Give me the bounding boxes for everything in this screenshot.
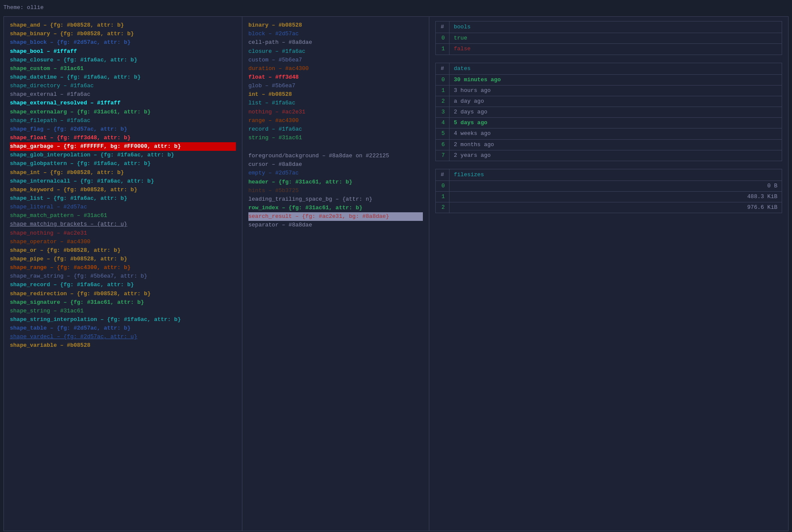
col-types: binary – #b08528block – #2d57accell-path… bbox=[242, 17, 429, 531]
row-idx: 1 bbox=[436, 85, 450, 96]
table-row: 1488.3 KiB bbox=[436, 192, 782, 202]
col2-line: list – #1fa6ac bbox=[248, 99, 423, 107]
filesizes-hash-header: # bbox=[436, 169, 450, 180]
main-container: shape_and – {fg: #b08528, attr: b}shape_… bbox=[3, 16, 789, 531]
col2-line: binary – #b08528 bbox=[248, 21, 423, 30]
col2-line: string – #31ac61 bbox=[248, 134, 423, 142]
col1-line: shape_list – {fg: #1fa6ac, attr: b} bbox=[10, 194, 236, 203]
col1-line: shape_float – {fg: #ff3d48, attr: b} bbox=[10, 134, 236, 142]
col1-line: shape_glob_interpolation – {fg: #1fa6ac,… bbox=[10, 151, 236, 159]
col1-line: shape_bool – #1ffaff bbox=[10, 47, 236, 56]
col1-line: shape_keyword – {fg: #b08528, attr: b} bbox=[10, 186, 236, 194]
col2-line: cursor – #8a8dae bbox=[248, 160, 423, 169]
row-val: true bbox=[450, 33, 782, 44]
col2-line: leading_trailing_space_bg – {attr: n} bbox=[248, 195, 423, 204]
col1-line: shape_literal – #2d57ac bbox=[10, 203, 236, 211]
row-val: 976.6 KiB bbox=[450, 202, 782, 213]
col1-line: shape_match_pattern – #31ac61 bbox=[10, 211, 236, 220]
table-row: 72 years ago bbox=[436, 150, 782, 161]
dates-table-wrap: # dates 030 minutes ago13 hours ago2a da… bbox=[435, 63, 782, 161]
col2-line: header – {fg: #31ac61, attr: b} bbox=[248, 178, 423, 187]
row-idx: 0 bbox=[436, 74, 450, 85]
table-row: 54 weeks ago bbox=[436, 128, 782, 139]
col1-line: shape_string – #31ac61 bbox=[10, 307, 236, 315]
table-row: 2a day ago bbox=[436, 96, 782, 107]
col2-line: nothing – #ac2e31 bbox=[248, 108, 423, 116]
col1-line: shape_or – {fg: #b08528, attr: b} bbox=[10, 246, 236, 255]
dates-title-header: dates bbox=[450, 63, 782, 74]
row-val: 3 hours ago bbox=[450, 85, 782, 96]
table-row: 62 months ago bbox=[436, 139, 782, 150]
bools-hash-header: # bbox=[436, 21, 450, 33]
col1-line: shape_record – {fg: #1fa6ac, attr: b} bbox=[10, 281, 236, 289]
col2-line: cell-path – #8a8dae bbox=[248, 38, 423, 47]
row-val: 488.3 KiB bbox=[450, 192, 782, 202]
col2-line: duration – #ac4300 bbox=[248, 64, 423, 73]
bools-table: # bools 0true1false bbox=[435, 21, 782, 55]
col1-line: shape_globpattern – {fg: #1fa6ac, attr: … bbox=[10, 159, 236, 168]
bools-title-header: bools bbox=[450, 21, 782, 33]
row-idx: 5 bbox=[436, 128, 450, 139]
table-row: 030 minutes ago bbox=[436, 74, 782, 85]
row-val: 5 days ago bbox=[450, 118, 782, 128]
col2-line: separator – #8a8dae bbox=[248, 221, 423, 229]
col1-line: shape_garbage – {fg: #FFFFFF, bg: #FF000… bbox=[10, 142, 236, 151]
col1-line: shape_and – {fg: #b08528, attr: b} bbox=[10, 21, 236, 30]
col2-line: range – #ac4300 bbox=[248, 116, 423, 125]
table-row: 2976.6 KiB bbox=[436, 202, 782, 213]
dates-hash-header: # bbox=[436, 63, 450, 74]
row-val: 4 weeks ago bbox=[450, 128, 782, 139]
col1-line: shape_externalarg – {fg: #31ac61, attr: … bbox=[10, 108, 236, 116]
table-row: 13 hours ago bbox=[436, 85, 782, 96]
col-tables: # bools 0true1false # dates 030 minutes … bbox=[429, 17, 788, 531]
col1-line: shape_external – #1fa6ac bbox=[10, 90, 236, 99]
col1-line: shape_filepath – #1fa6ac bbox=[10, 116, 236, 125]
col2-line: row_index – {fg: #31ac61, attr: b} bbox=[248, 204, 423, 212]
dates-table: # dates 030 minutes ago13 hours ago2a da… bbox=[435, 63, 782, 161]
col1-line: shape_vardecl – {fg: #2d57ac, attr: u} bbox=[10, 333, 236, 341]
table-row: 0true bbox=[436, 33, 782, 44]
col1-line: shape_redirection – {fg: #b08528, attr: … bbox=[10, 290, 236, 298]
row-idx: 3 bbox=[436, 107, 450, 118]
col1-line: shape_variable – #b08528 bbox=[10, 341, 236, 350]
col1-line: shape_pipe – {fg: #b08528, attr: b} bbox=[10, 255, 236, 263]
col2-line: int – #b08528 bbox=[248, 90, 423, 99]
row-idx: 1 bbox=[436, 192, 450, 202]
row-val: 0 B bbox=[450, 180, 782, 191]
col1-line: shape_external_resolved – #1ffaff bbox=[10, 99, 236, 107]
col2-line: glob – #5b6ea7 bbox=[248, 82, 423, 90]
theme-header: Theme: ollie bbox=[3, 3, 789, 12]
table-row: 32 days ago bbox=[436, 107, 782, 118]
col2-line: hints – #5b3725 bbox=[248, 187, 423, 195]
col1-line: shape_operator – #ac4300 bbox=[10, 238, 236, 246]
col2-line: closure – #1fa6ac bbox=[248, 47, 423, 56]
col1-line: shape_flag – {fg: #2d57ac, attr: b} bbox=[10, 125, 236, 134]
row-idx: 7 bbox=[436, 150, 450, 161]
table-row: 45 days ago bbox=[436, 118, 782, 128]
col1-line: shape_signature – {fg: #31ac61, attr: b} bbox=[10, 298, 236, 307]
col2-line: search_result – {fg: #ac2e31, bg: #8a8da… bbox=[248, 212, 423, 221]
col1-line: shape_string_interpolation – {fg: #1fa6a… bbox=[10, 315, 236, 324]
col2-line: record – #1fa6ac bbox=[248, 125, 423, 134]
row-idx: 6 bbox=[436, 139, 450, 150]
col1-line: shape_binary – {fg: #b08528, attr: b} bbox=[10, 30, 236, 38]
row-val: 2 months ago bbox=[450, 139, 782, 150]
col1-line: shape_nothing – #ac2e31 bbox=[10, 229, 236, 238]
table-row: 1false bbox=[436, 44, 782, 55]
col1-line: shape_raw_string – {fg: #5b6ea7, attr: b… bbox=[10, 272, 236, 281]
col1-line: shape_int – {fg: #b08528, attr: b} bbox=[10, 168, 236, 177]
filesizes-title-header: filesizes bbox=[450, 169, 782, 180]
col1-line: shape_custom – #31ac61 bbox=[10, 64, 236, 73]
col1-line: shape_closure – {fg: #1fa6ac, attr: b} bbox=[10, 56, 236, 64]
filesizes-table-wrap: # filesizes 00 B1488.3 KiB2976.6 KiB bbox=[435, 169, 782, 214]
col1-line: shape_internalcall – {fg: #1fa6ac, attr:… bbox=[10, 177, 236, 186]
col1-line: shape_block – {fg: #2d57ac, attr: b} bbox=[10, 38, 236, 47]
row-idx: 4 bbox=[436, 118, 450, 128]
col2-line: float – #ff3d48 bbox=[248, 73, 423, 82]
row-val: 30 minutes ago bbox=[450, 74, 782, 85]
row-idx: 0 bbox=[436, 180, 450, 191]
row-idx: 2 bbox=[436, 96, 450, 107]
col-shapes: shape_and – {fg: #b08528, attr: b}shape_… bbox=[4, 17, 242, 531]
row-val: 2 years ago bbox=[450, 150, 782, 161]
col1-line: shape_range – {fg: #ac4300, attr: b} bbox=[10, 263, 236, 272]
